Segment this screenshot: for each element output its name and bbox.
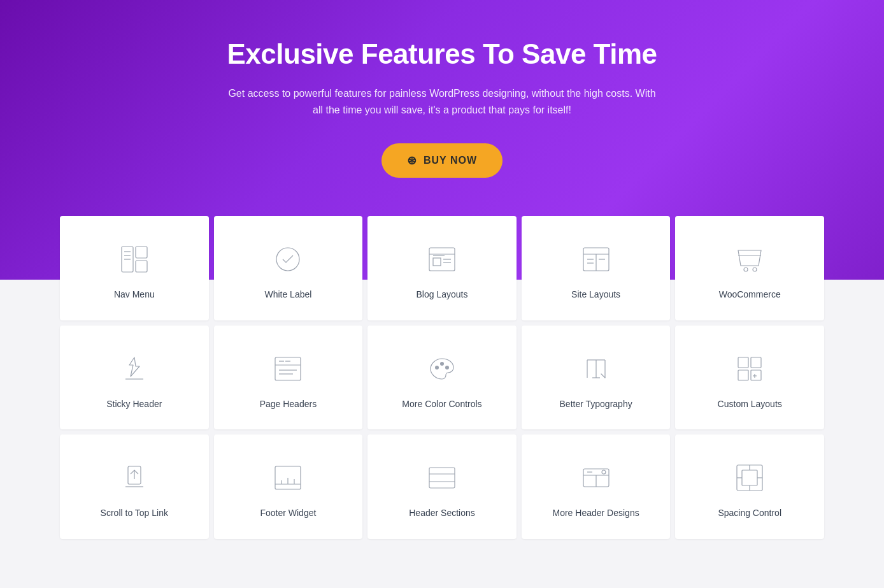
wordpress-icon: ⊛ bbox=[407, 154, 417, 168]
woocommerce-label: WooCommerce bbox=[719, 289, 781, 301]
blog-layouts-label: Blog Layouts bbox=[417, 289, 468, 301]
svg-point-19 bbox=[744, 268, 748, 271]
spacing-control-icon bbox=[732, 460, 767, 496]
features-row-3: Scroll to Top Link Footer Widget bbox=[60, 434, 824, 539]
nav-menu-label: Nav Menu bbox=[114, 289, 155, 301]
header-designs-icon bbox=[578, 460, 614, 496]
features-row-2: Sticky Header Page Headers bbox=[60, 326, 824, 430]
feature-sticky-header[interactable]: Sticky Header bbox=[60, 326, 209, 430]
feature-custom-layouts[interactable]: Custom Layouts bbox=[675, 326, 824, 430]
svg-rect-60 bbox=[742, 470, 757, 485]
svg-rect-38 bbox=[751, 357, 761, 368]
feature-scroll-top[interactable]: Scroll to Top Link bbox=[60, 434, 209, 539]
svg-point-29 bbox=[435, 366, 439, 369]
woocommerce-icon bbox=[732, 241, 767, 277]
feature-blog-layouts[interactable]: Blog Layouts bbox=[367, 216, 517, 320]
custom-layouts-icon bbox=[732, 351, 767, 387]
spacing-control-label: Spacing Control bbox=[718, 507, 781, 520]
feature-spacing-control[interactable]: Spacing Control bbox=[675, 434, 824, 539]
features-grid: Nav Menu White Label bbox=[34, 216, 850, 582]
buy-now-button[interactable]: ⊛ BUY NOW bbox=[381, 143, 503, 178]
svg-rect-40 bbox=[751, 370, 761, 380]
white-label-icon bbox=[270, 241, 306, 277]
feature-header-sections[interactable]: Header Sections bbox=[367, 434, 517, 539]
footer-widget-icon bbox=[270, 460, 306, 496]
feature-nav-menu[interactable]: Nav Menu bbox=[60, 216, 209, 320]
color-controls-icon bbox=[424, 351, 460, 387]
sticky-header-icon bbox=[117, 351, 152, 387]
svg-point-20 bbox=[753, 268, 757, 271]
blog-layouts-icon bbox=[424, 241, 460, 277]
svg-rect-37 bbox=[738, 357, 748, 368]
white-label-label: White Label bbox=[264, 289, 311, 301]
scroll-top-icon bbox=[117, 460, 152, 496]
features-row-1: Nav Menu White Label bbox=[60, 216, 824, 320]
site-layouts-icon bbox=[578, 241, 614, 277]
buy-button-label: BUY NOW bbox=[424, 155, 477, 166]
feature-site-layouts[interactable]: Site Layouts bbox=[522, 216, 671, 320]
typography-label: Better Typography bbox=[560, 398, 632, 411]
header-sections-icon bbox=[424, 460, 460, 496]
feature-woocommerce[interactable]: WooCommerce bbox=[675, 216, 824, 320]
hero-title: Exclusive Features To Save Time bbox=[13, 38, 871, 70]
svg-rect-1 bbox=[136, 247, 147, 258]
typography-icon bbox=[578, 351, 614, 387]
feature-typography[interactable]: Better Typography bbox=[522, 326, 671, 430]
feature-color-controls[interactable]: More Color Controls bbox=[367, 326, 517, 430]
sticky-header-label: Sticky Header bbox=[106, 398, 162, 411]
site-layouts-label: Site Layouts bbox=[571, 289, 620, 301]
page-headers-label: Page Headers bbox=[260, 398, 317, 411]
custom-layouts-label: Custom Layouts bbox=[718, 398, 782, 411]
svg-rect-2 bbox=[136, 261, 147, 272]
scroll-top-label: Scroll to Top Link bbox=[101, 507, 168, 520]
svg-rect-51 bbox=[429, 468, 455, 488]
feature-white-label[interactable]: White Label bbox=[214, 216, 363, 320]
feature-footer-widget[interactable]: Footer Widget bbox=[214, 434, 363, 539]
svg-rect-39 bbox=[738, 370, 748, 380]
feature-page-headers[interactable]: Page Headers bbox=[214, 326, 363, 430]
svg-point-6 bbox=[276, 248, 299, 271]
hero-subtitle: Get access to powerful features for pain… bbox=[225, 85, 659, 118]
color-controls-label: More Color Controls bbox=[402, 398, 481, 411]
page-headers-icon bbox=[270, 351, 306, 387]
footer-widget-label: Footer Widget bbox=[260, 507, 316, 520]
svg-point-30 bbox=[440, 362, 444, 366]
svg-point-58 bbox=[602, 470, 606, 474]
nav-menu-icon bbox=[117, 241, 152, 277]
svg-rect-9 bbox=[433, 258, 441, 266]
feature-header-designs[interactable]: More Header Designs bbox=[522, 434, 671, 539]
header-designs-label: More Header Designs bbox=[553, 507, 639, 520]
svg-point-31 bbox=[445, 366, 449, 369]
header-sections-label: Header Sections bbox=[409, 507, 475, 520]
